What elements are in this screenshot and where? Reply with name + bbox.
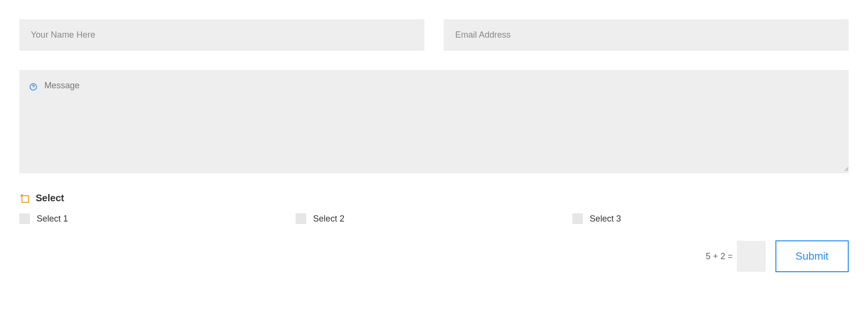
message-input[interactable] (19, 70, 849, 171)
name-email-row (19, 19, 849, 51)
captcha-group: 5 + 2 = (705, 241, 765, 272)
checkbox-box-icon[interactable] (296, 213, 306, 224)
checkbox-row: Select 1 Select 2 Select 3 (19, 213, 849, 224)
captcha-question: 5 + 2 = (705, 251, 732, 262)
help-icon (29, 83, 38, 91)
checkbox-box-icon[interactable] (19, 213, 30, 224)
checkbox-item-1[interactable]: Select 1 (19, 213, 296, 224)
form-footer: 5 + 2 = Submit (19, 240, 849, 272)
arrow-top-left-box-icon (19, 193, 30, 204)
checkbox-label: Select 3 (590, 214, 621, 224)
svg-point-1 (33, 88, 34, 89)
checkbox-item-3[interactable]: Select 3 (572, 213, 849, 224)
checkbox-label: Select 1 (37, 214, 68, 224)
submit-button[interactable]: Submit (775, 240, 849, 272)
checkbox-label: Select 2 (313, 214, 344, 224)
select-section: Select Select 1 Select 2 Select 3 (19, 193, 849, 224)
name-input[interactable] (19, 19, 424, 51)
email-input[interactable] (444, 19, 849, 51)
svg-rect-2 (22, 195, 29, 202)
select-header: Select (19, 193, 849, 204)
checkbox-box-icon[interactable] (572, 213, 583, 224)
checkbox-item-2[interactable]: Select 2 (296, 213, 572, 224)
contact-form: Select Select 1 Select 2 Select 3 5 + 2 … (19, 19, 849, 272)
captcha-input[interactable] (737, 241, 766, 272)
select-title: Select (36, 193, 64, 204)
message-wrapper (19, 70, 849, 173)
